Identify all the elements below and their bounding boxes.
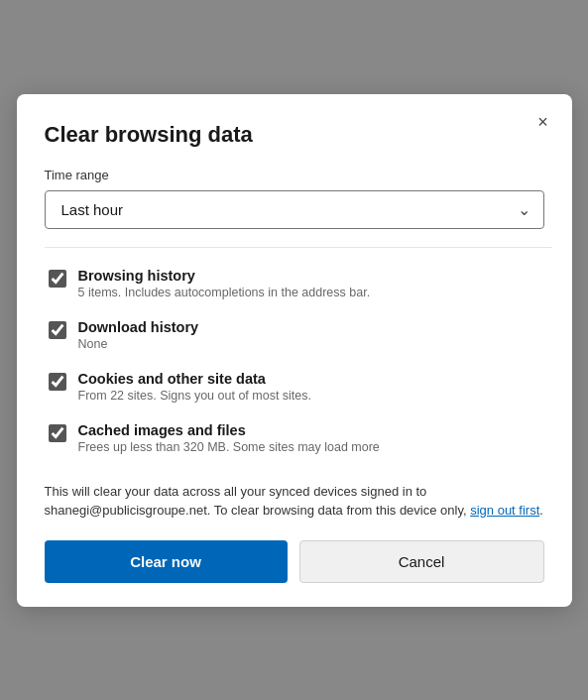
- cookies-label: Cookies and other site data: [78, 371, 312, 387]
- download-history-checkbox[interactable]: [49, 321, 66, 339]
- sync-email: shanegi@publicisgroupe.net: [45, 503, 207, 518]
- cached-images-label: Cached images and files: [78, 422, 380, 438]
- close-icon: ×: [537, 112, 548, 133]
- download-history-label: Download history: [78, 319, 199, 335]
- list-item: Cached images and files Frees up less th…: [45, 412, 544, 464]
- list-item: Cookies and other site data From 22 site…: [45, 361, 544, 412]
- options-list: Browsing history 5 items. Includes autoc…: [45, 247, 552, 464]
- download-history-desc: None: [78, 337, 199, 351]
- sign-out-first-link[interactable]: sign out first: [470, 503, 539, 518]
- button-row: Clear now Cancel: [45, 540, 544, 583]
- download-history-checkbox-wrapper: [49, 321, 66, 343]
- time-range-label: Time range: [45, 168, 544, 182]
- list-item: Download history None: [45, 309, 544, 361]
- dialog-title: Clear browsing data: [45, 122, 544, 148]
- cancel-button[interactable]: Cancel: [299, 540, 544, 583]
- browsing-history-desc: 5 items. Includes autocompletions in the…: [78, 286, 371, 299]
- cached-images-desc: Frees up less than 320 MB. Some sites ma…: [78, 440, 380, 454]
- list-item: Browsing history 5 items. Includes autoc…: [45, 258, 544, 309]
- browsing-history-checkbox[interactable]: [49, 270, 66, 288]
- time-range-select[interactable]: Last hour Last 24 hours Last 7 days Last…: [45, 190, 544, 229]
- time-range-wrapper: Last hour Last 24 hours Last 7 days Last…: [45, 190, 544, 229]
- cookies-checkbox[interactable]: [49, 373, 66, 391]
- cookies-desc: From 22 sites. Signs you out of most sit…: [78, 389, 312, 403]
- browsing-history-label: Browsing history: [78, 268, 371, 284]
- browsing-history-checkbox-wrapper: [49, 270, 66, 292]
- cached-images-checkbox-wrapper: [49, 424, 66, 446]
- cached-images-checkbox[interactable]: [49, 424, 66, 442]
- cookies-checkbox-wrapper: [49, 373, 66, 395]
- clear-browsing-data-dialog: × Clear browsing data Time range Last ho…: [17, 94, 572, 607]
- sync-notice: This will clear your data across all you…: [45, 482, 544, 521]
- close-button[interactable]: ×: [529, 108, 558, 138]
- clear-now-button[interactable]: Clear now: [45, 540, 288, 583]
